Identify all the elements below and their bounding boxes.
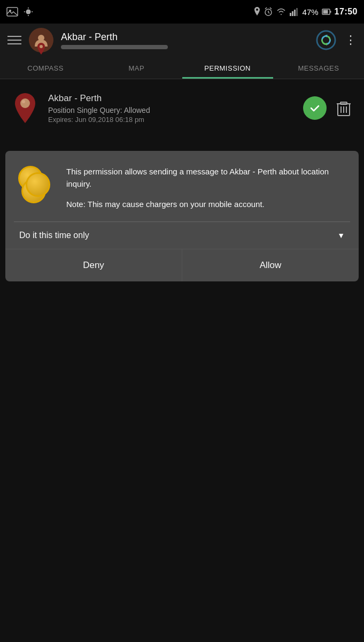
time-display: 17:50 bbox=[335, 7, 358, 17]
dialog-action-buttons: Deny Allow bbox=[5, 249, 359, 281]
alarm-icon bbox=[264, 7, 273, 17]
status-right-icons: 47% 17:50 bbox=[253, 7, 358, 17]
permission-info: Akbar - Perth Position Single Query: All… bbox=[48, 93, 295, 124]
hamburger-menu[interactable] bbox=[7, 36, 21, 44]
svg-rect-12 bbox=[294, 10, 296, 16]
dialog-body: This permission allows sending a message… bbox=[5, 151, 359, 221]
svg-rect-16 bbox=[330, 11, 331, 13]
tab-messages[interactable]: MESSAGES bbox=[273, 57, 364, 79]
permission-contact-name: Akbar - Perth bbox=[48, 93, 295, 104]
svg-point-2 bbox=[26, 10, 31, 14]
location-pin-icon bbox=[11, 92, 40, 124]
svg-rect-13 bbox=[296, 8, 298, 16]
dropdown-arrow-icon: ▼ bbox=[337, 231, 345, 240]
contact-subtitle bbox=[61, 45, 168, 49]
avatar-pin-icon bbox=[36, 43, 47, 56]
tab-map[interactable]: MAP bbox=[91, 57, 182, 79]
svg-point-18 bbox=[40, 45, 43, 48]
wifi-icon bbox=[276, 7, 286, 16]
permission-type: Position Single Query: Allowed bbox=[48, 106, 295, 114]
deny-button[interactable]: Deny bbox=[5, 249, 182, 281]
coins-icon bbox=[18, 166, 57, 204]
app-bar-title: Akbar - Perth bbox=[61, 32, 308, 49]
status-bar: 47% 17:50 bbox=[0, 0, 364, 24]
signal-icon bbox=[290, 7, 299, 16]
weather-icon bbox=[22, 7, 34, 17]
dialog-text-content: This permission allows sending a message… bbox=[66, 166, 346, 211]
location-status-icon bbox=[253, 7, 261, 17]
permission-expires: Expires: Jun 09,2018 06:18 pm bbox=[48, 116, 295, 124]
avatar bbox=[29, 28, 53, 52]
bottom-area bbox=[0, 281, 364, 453]
svg-line-9 bbox=[268, 12, 269, 13]
status-left-icons bbox=[6, 7, 34, 17]
allow-check-button[interactable] bbox=[303, 96, 327, 120]
frequency-dropdown[interactable]: Do it this time only ▼ bbox=[14, 221, 350, 249]
svg-rect-11 bbox=[292, 11, 293, 16]
image-icon bbox=[6, 7, 18, 17]
app-bar: Akbar - Perth ⋮ bbox=[0, 24, 364, 57]
dialog-container: This permission allows sending a message… bbox=[5, 151, 359, 281]
battery-icon bbox=[322, 8, 331, 16]
permission-actions bbox=[303, 96, 353, 120]
tab-compass[interactable]: COMPASS bbox=[0, 57, 91, 79]
battery-percent: 47% bbox=[303, 7, 319, 17]
app-bar-actions: ⋮ bbox=[316, 30, 357, 50]
tab-permission[interactable]: PERMISSION bbox=[182, 57, 273, 79]
permission-entry: Akbar - Perth Position Single Query: All… bbox=[11, 92, 353, 124]
allow-button[interactable]: Allow bbox=[182, 249, 359, 281]
contact-name: Akbar - Perth bbox=[61, 32, 308, 43]
permission-section: Akbar - Perth Position Single Query: All… bbox=[0, 79, 364, 135]
dropdown-label: Do it this time only bbox=[19, 231, 89, 240]
dialog-note-text: Note: This may cause chargers on your mo… bbox=[66, 198, 346, 211]
svg-point-22 bbox=[20, 98, 30, 108]
tab-bar: COMPASS MAP PERMISSION MESSAGES bbox=[0, 57, 364, 79]
svg-point-19 bbox=[317, 31, 335, 49]
svg-rect-15 bbox=[323, 10, 328, 14]
dialog-main-text: This permission allows sending a message… bbox=[66, 166, 346, 190]
svg-point-23 bbox=[22, 100, 25, 103]
refresh-icon[interactable] bbox=[316, 30, 336, 50]
permission-dialog: This permission allows sending a message… bbox=[5, 151, 359, 281]
delete-permission-button[interactable] bbox=[334, 97, 353, 119]
more-options-icon[interactable]: ⋮ bbox=[345, 33, 357, 47]
svg-rect-10 bbox=[290, 13, 291, 16]
